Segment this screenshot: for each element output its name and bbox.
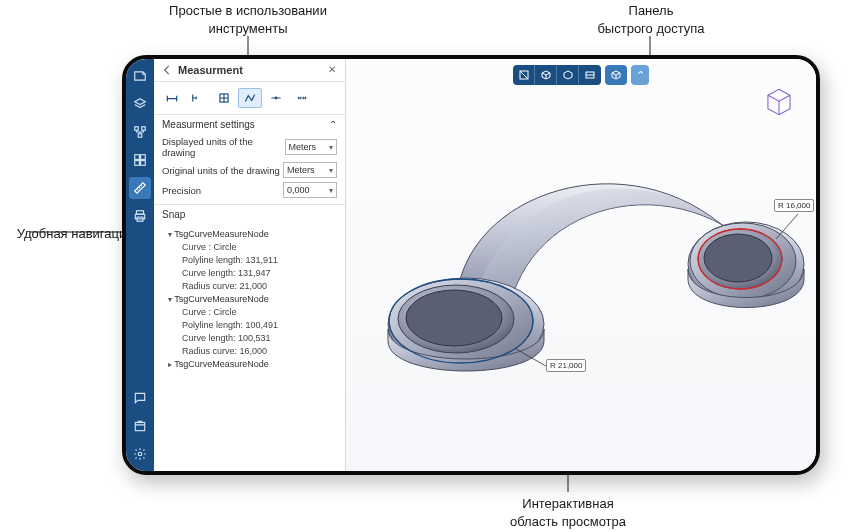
callout-tools: Простые в использовании инструменты [158,2,338,37]
panel-header: Measurment ✕ [154,59,345,82]
close-icon[interactable]: ✕ [325,63,339,77]
original-units-dropdown[interactable]: Meters ▾ [283,162,337,178]
tree-leaf: Curve : Circle [168,306,339,319]
qat-group-1 [513,65,601,85]
tree-leaf: Polyline length: 131,911 [168,254,339,267]
tree-leaf: Curve : Circle [168,241,339,254]
nav-chat-icon[interactable] [129,387,151,409]
original-units-label: Original units of the drawing [162,165,280,176]
svg-point-27 [704,234,772,282]
nav-measure-icon[interactable] [129,177,151,199]
precision-row: Precision 0,000 ▾ [154,180,345,200]
qat-group-3: ⌃ [631,65,649,85]
radius-label-1: R 16,000 [774,199,814,212]
qat-cube-icon[interactable] [605,65,627,85]
qat-box-icon[interactable] [535,65,557,85]
viewport-3d[interactable]: ⌃ [346,59,816,471]
nav-print-icon[interactable] [129,205,151,227]
tree-node[interactable]: TsgCurveMeasureNode [168,228,339,241]
svg-rect-8 [141,155,146,160]
nav-settings-icon[interactable] [129,443,151,465]
qat-home-icon[interactable] [513,65,535,85]
tool-area-icon[interactable] [212,88,236,108]
tree-node[interactable]: TsgCurveMeasureNode [168,293,339,306]
tool-polyline-icon[interactable] [238,88,262,108]
svg-rect-5 [142,127,146,131]
svg-rect-10 [141,161,146,166]
original-units-value: Meters [287,165,315,175]
tool-point-icon[interactable] [264,88,288,108]
tool-edge-icon[interactable] [186,88,210,108]
svg-rect-9 [135,161,140,166]
nav-package-icon[interactable] [129,415,151,437]
qat-expand-icon[interactable]: ⌃ [631,65,649,85]
tree-node[interactable]: TsgCurveMeasureNode [168,358,339,371]
snap-section[interactable]: Snap [154,204,345,224]
chevron-down-icon: ▾ [329,143,333,152]
panel-title: Measurment [178,64,325,76]
settings-label: Measurment settings [162,119,255,130]
displayed-units-value: Meters [289,142,317,152]
original-units-row: Original units of the drawing Meters ▾ [154,160,345,180]
chevron-down-icon: ▾ [329,166,333,175]
precision-dropdown[interactable]: 0,000 ▾ [283,182,337,198]
svg-rect-14 [135,423,144,431]
svg-rect-7 [135,155,140,160]
svg-rect-6 [138,134,142,138]
svg-point-15 [138,452,142,456]
snap-label: Snap [162,209,185,220]
nav-open-icon[interactable] [129,65,151,87]
nav-layers-icon[interactable] [129,93,151,115]
nav-tree-icon[interactable] [129,121,151,143]
tree-leaf: Radius curve: 21,000 [168,280,339,293]
svg-point-23 [406,290,502,346]
tablet-frame: Measurment ✕ Measurment settings ⌃ Displ… [122,55,820,475]
settings-section[interactable]: Measurment settings ⌃ [154,115,345,134]
tree-leaf: Curve length: 100,531 [168,332,339,345]
displayed-units-row: Displayed units of the drawing Meters ▾ [154,134,345,160]
measurement-panel: Measurment ✕ Measurment settings ⌃ Displ… [154,59,346,471]
tree-leaf: Radius curve: 16,000 [168,345,339,358]
precision-value: 0,000 [287,185,310,195]
back-icon[interactable] [160,63,174,77]
measurement-tree: TsgCurveMeasureNode Curve : Circle Polyl… [154,224,345,376]
precision-label: Precision [162,185,201,196]
svg-point-17 [275,97,277,99]
callout-quick-access: Панель быстрого доступа [566,2,736,37]
displayed-units-label: Displayed units of the drawing [162,136,285,158]
qat-wireframe-icon[interactable] [557,65,579,85]
radius-label-2: R 21,000 [546,359,586,372]
svg-rect-4 [135,127,139,131]
displayed-units-dropdown[interactable]: Meters ▾ [285,139,337,155]
chevron-down-icon: ▾ [329,186,333,195]
callout-viewport: Интерактивная область просмотра [478,495,658,530]
quick-access-toolbar: ⌃ [513,65,649,85]
tree-leaf: Polyline length: 100,491 [168,319,339,332]
tool-aligned-icon[interactable] [290,88,314,108]
qat-section-icon[interactable] [579,65,601,85]
measure-toolrow [154,82,345,115]
tool-distance-icon[interactable] [160,88,184,108]
qat-group-2 [605,65,627,85]
tree-leaf: Curve length: 131,947 [168,267,339,280]
chevron-up-icon[interactable]: ⌃ [329,119,337,130]
left-nav-bar [126,59,154,471]
nav-blocks-icon[interactable] [129,149,151,171]
